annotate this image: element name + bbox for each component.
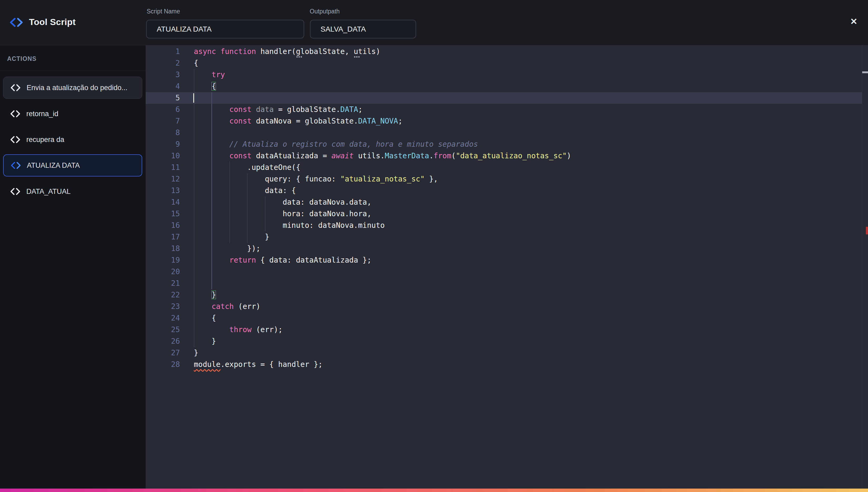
code-line-22[interactable]: 22 } xyxy=(146,289,868,301)
code-line-26[interactable]: 26 } xyxy=(146,336,868,347)
code-text: .updateOne({ xyxy=(194,162,300,173)
code-line-1[interactable]: 1async function handler(globalState, uti… xyxy=(146,46,868,57)
code-text: }); xyxy=(194,243,261,254)
code-text: } xyxy=(194,347,198,359)
overview-ruler-divider xyxy=(862,45,862,489)
code-line-24[interactable]: 24 { xyxy=(146,312,868,324)
line-number: 11 xyxy=(146,162,180,173)
code-line-4[interactable]: 4 { xyxy=(146,81,868,92)
script-name-input[interactable]: ATUALIZA DATA xyxy=(146,20,304,39)
code-line-15[interactable]: 15 hora: dataNova.hora, xyxy=(146,208,868,220)
code-line-21[interactable]: 21 xyxy=(146,278,868,289)
line-number: 3 xyxy=(146,69,180,81)
line-number: 16 xyxy=(146,220,180,231)
line-number: 2 xyxy=(146,57,180,69)
sidebar-item-retorna-id[interactable]: retorna_id xyxy=(3,103,142,125)
line-number: 20 xyxy=(146,266,180,278)
line-number: 27 xyxy=(146,347,180,359)
line-number: 19 xyxy=(146,254,180,266)
sidebar-item-recupera-da[interactable]: recupera da xyxy=(3,128,142,151)
close-icon[interactable]: ✕ xyxy=(848,16,859,27)
code-line-3[interactable]: 3 try xyxy=(146,69,868,81)
code-text: } xyxy=(194,336,216,347)
line-number: 14 xyxy=(146,196,180,208)
line-number: 23 xyxy=(146,301,180,312)
line-number: 25 xyxy=(146,324,180,336)
code-line-7[interactable]: 7 const dataNova = globalState.DATA_NOVA… xyxy=(146,115,868,127)
line-number: 5 xyxy=(146,92,180,104)
code-brackets-icon xyxy=(10,136,21,144)
code-line-10[interactable]: 10 const dataAtualizada = await utils.Ma… xyxy=(146,150,868,162)
code-line-20[interactable]: 20 xyxy=(146,266,868,278)
code-line-17[interactable]: 17 } xyxy=(146,231,868,243)
code-text: catch (err) xyxy=(194,301,261,312)
code-line-2[interactable]: 2{ xyxy=(146,57,868,69)
sidebar-item-label: Envia a atualização do pedido... xyxy=(27,84,127,92)
code-text: const dataNova = globalState.DATA_NOVA; xyxy=(194,115,402,127)
code-text: return { data: dataAtualizada }; xyxy=(194,254,371,266)
sidebar-item-label: ATUALIZA DATA xyxy=(27,162,80,170)
line-number: 22 xyxy=(146,289,180,301)
code-text: // Atualiza o registro com data, hora e … xyxy=(194,139,478,150)
code-text: const data = globalState.DATA; xyxy=(194,104,363,115)
code-line-16[interactable]: 16 minuto: dataNova.minuto xyxy=(146,220,868,231)
sidebar-item-atualiza-data[interactable]: ATUALIZA DATA xyxy=(3,154,142,176)
actions-sidebar: ACTIONS Envia a atualização do pedido...… xyxy=(0,45,146,489)
code-line-8[interactable]: 8 xyxy=(146,127,868,139)
code-brackets-icon xyxy=(10,110,21,118)
line-number: 7 xyxy=(146,115,180,127)
code-text: minuto: dataNova.minuto xyxy=(194,220,385,231)
line-number: 24 xyxy=(146,312,180,324)
code-editor[interactable]: 1async function handler(globalState, uti… xyxy=(146,45,868,489)
sidebar-item-label: recupera da xyxy=(26,136,64,144)
code-line-18[interactable]: 18 }); xyxy=(146,243,868,254)
code-brackets-icon xyxy=(10,162,21,169)
sidebar-item-label: DATA_ATUAL xyxy=(26,188,71,196)
line-number: 6 xyxy=(146,104,180,115)
code-brackets-icon xyxy=(10,188,21,195)
overview-ruler-error-marker xyxy=(866,227,868,235)
code-line-6[interactable]: 6 const data = globalState.DATA; xyxy=(146,104,868,115)
outputpath-input[interactable]: SALVA_DATA xyxy=(310,20,416,39)
code-line-19[interactable]: 19 return { data: dataAtualizada }; xyxy=(146,254,868,266)
sidebar-divider xyxy=(0,70,146,71)
code-text: } xyxy=(194,231,269,243)
line-number: 17 xyxy=(146,231,180,243)
code-text: data: { xyxy=(194,185,296,196)
sidebar-item-data-atual[interactable]: DATA_ATUAL xyxy=(3,180,142,202)
line-number: 12 xyxy=(146,173,180,185)
code-line-28[interactable]: 28module.exports = { handler }; xyxy=(146,359,868,370)
code-text: async function handler(globalState, util… xyxy=(194,46,380,57)
line-number: 8 xyxy=(146,127,180,139)
code-text: const dataAtualizada = await utils.Maste… xyxy=(194,150,571,162)
code-text: try xyxy=(194,69,225,81)
line-number: 1 xyxy=(146,46,180,57)
actions-section-label: ACTIONS xyxy=(7,55,36,63)
text-cursor xyxy=(193,93,194,103)
code-text: { xyxy=(194,81,216,92)
code-line-11[interactable]: 11 .updateOne({ xyxy=(146,162,868,173)
sidebar-item-envia-a-atualiza-o-do-pedido[interactable]: Envia a atualização do pedido... xyxy=(3,77,142,99)
code-line-9[interactable]: 9 // Atualiza o registro com data, hora … xyxy=(146,139,868,150)
overview-ruler-cursor-marker xyxy=(862,71,868,73)
code-text: } xyxy=(194,289,216,301)
code-line-23[interactable]: 23 catch (err) xyxy=(146,301,868,312)
script-name-label: Script Name xyxy=(147,8,180,15)
code-brackets-icon xyxy=(10,84,21,92)
code-text: { xyxy=(194,57,198,69)
app-logo-code-icon xyxy=(9,17,24,27)
code-line-27[interactable]: 27} xyxy=(146,347,868,359)
bottom-gradient-bar xyxy=(0,489,868,492)
code-line-25[interactable]: 25 throw (err); xyxy=(146,324,868,336)
code-text: module.exports = { handler }; xyxy=(194,359,323,370)
code-line-14[interactable]: 14 data: dataNova.data, xyxy=(146,196,868,208)
code-line-5[interactable]: 5 xyxy=(146,92,862,104)
line-number: 10 xyxy=(146,150,180,162)
line-number: 28 xyxy=(146,359,180,370)
line-number: 18 xyxy=(146,243,180,254)
code-line-12[interactable]: 12 query: { funcao: "atualiza_notas_sc" … xyxy=(146,173,868,185)
code-text: hora: dataNova.hora, xyxy=(194,208,371,220)
code-line-13[interactable]: 13 data: { xyxy=(146,185,868,196)
code-text: query: { funcao: "atualiza_notas_sc" }, xyxy=(194,173,438,185)
code-text: throw (err); xyxy=(194,324,282,336)
